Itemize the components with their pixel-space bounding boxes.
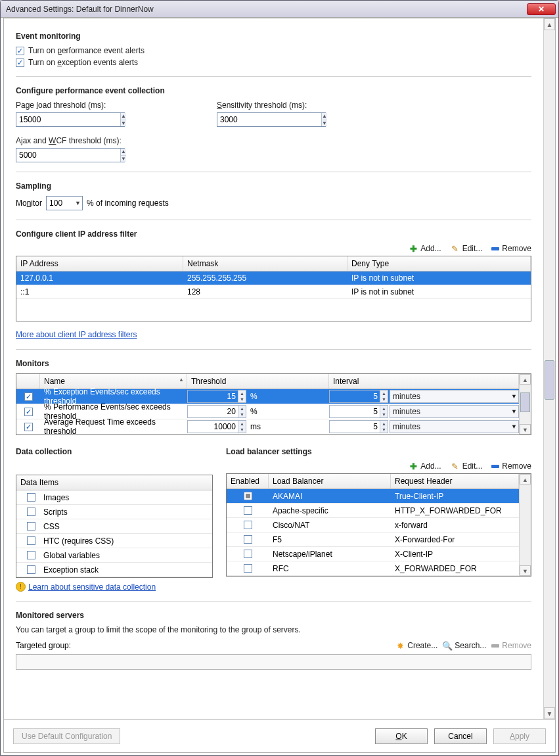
ip-add-button[interactable]: ✚Add... <box>409 244 441 253</box>
ajax-input[interactable] <box>16 149 120 162</box>
lb-scrollbar[interactable]: ▲ ▼ <box>519 474 531 576</box>
data-items-col[interactable]: Data Items <box>16 475 212 490</box>
scroll-down-icon[interactable]: ▼ <box>520 424 531 435</box>
spin-up-icon[interactable]: ▲ <box>322 113 327 120</box>
lb-col-header[interactable]: Request Header <box>391 474 519 488</box>
row-checkbox[interactable] <box>27 536 35 545</box>
list-item[interactable]: CSS <box>16 519 212 534</box>
row-checkbox[interactable] <box>27 565 35 574</box>
search-button[interactable]: 🔍Search... <box>443 641 486 650</box>
lb-add-button[interactable]: ✚Add... <box>409 461 441 471</box>
row-checkbox[interactable] <box>27 493 35 502</box>
exc-alerts-checkbox[interactable] <box>16 59 24 67</box>
alert-icon: ! <box>16 582 26 592</box>
lb-edit-button[interactable]: ✎Edit... <box>451 461 483 471</box>
sensitivity-input[interactable] <box>217 113 321 126</box>
interval-spinbox[interactable]: ▲▼ <box>329 390 388 403</box>
table-row[interactable]: Cisco/NATx-forward <box>227 518 519 532</box>
row-checkbox[interactable] <box>27 522 35 531</box>
lb-remove-button[interactable]: Remove <box>491 461 531 471</box>
threshold-spinbox[interactable]: ▲▼ <box>187 420 246 433</box>
interval-combo[interactable]: minutes▼ <box>390 420 519 433</box>
list-item[interactable]: Exception stack <box>16 563 212 577</box>
list-item[interactable]: Images <box>16 490 212 505</box>
row-checkbox[interactable] <box>24 392 33 401</box>
main-scrollbar[interactable]: ▲ ▼ <box>543 18 555 719</box>
monitors-scrollbar[interactable]: ▲ ▼ <box>519 374 531 435</box>
titlebar: Advanced Settings: Default for DinnerNow… <box>1 1 558 18</box>
sensitivity-spinbox[interactable]: ▲▼ <box>217 112 326 127</box>
sampling-combo[interactable]: 100 ▼ <box>46 196 83 210</box>
cancel-button[interactable]: Cancel <box>434 728 487 744</box>
scroll-up-icon[interactable]: ▲ <box>544 18 555 30</box>
data-collection-learn-link[interactable]: Learn about sensitive data collection <box>28 582 156 592</box>
interval-combo[interactable]: minutes▼ <box>390 390 519 403</box>
ip-remove-button[interactable]: Remove <box>491 244 531 253</box>
interval-combo[interactable]: minutes▼ <box>390 405 519 418</box>
table-row[interactable]: RFCX_FORWARDED_FOR <box>227 561 519 576</box>
row-checkbox[interactable] <box>244 521 252 529</box>
list-item[interactable]: HTC (requires CSS) <box>16 534 212 548</box>
footer: Use Default Configuration OK Cancel Appl… <box>4 719 555 752</box>
list-item[interactable]: Global variables <box>16 548 212 563</box>
spin-down-icon[interactable]: ▼ <box>121 156 126 162</box>
ip-col-netmask[interactable]: Netmask <box>183 256 347 271</box>
monitors-col-check[interactable] <box>16 374 40 389</box>
ajax-spinbox[interactable]: ▲▼ <box>16 148 125 162</box>
row-checkbox[interactable] <box>244 564 252 573</box>
row-checkbox[interactable] <box>244 506 252 515</box>
row-checkbox[interactable] <box>244 550 252 558</box>
monitors-col-interval[interactable]: Interval <box>329 374 519 389</box>
interval-spinbox[interactable]: ▲▼ <box>329 405 388 418</box>
monitors-col-threshold[interactable]: Threshold <box>187 374 329 389</box>
row-checkbox[interactable] <box>27 551 35 559</box>
table-row[interactable]: F5X-Forwarded-For <box>227 532 519 547</box>
ip-filter-toolbar: ✚Add... ✎Edit... Remove <box>16 244 531 253</box>
scroll-up-icon[interactable]: ▲ <box>520 474 531 484</box>
page-load-label: Page load threshold (ms): <box>16 101 125 110</box>
targeted-group-input[interactable] <box>16 654 531 670</box>
spin-down-icon[interactable]: ▼ <box>121 120 126 127</box>
threshold-spinbox[interactable]: ▲▼ <box>187 390 246 403</box>
threshold-spinbox[interactable]: ▲▼ <box>187 405 246 418</box>
row-checkbox[interactable] <box>27 508 35 516</box>
row-checkbox[interactable] <box>244 535 252 544</box>
page-load-spinbox[interactable]: ▲▼ <box>16 112 125 127</box>
table-row[interactable]: ::1128IP is not in subnet <box>16 285 531 299</box>
scroll-thumb[interactable] <box>545 360 554 400</box>
scroll-up-icon[interactable]: ▲ <box>520 374 531 385</box>
spin-down-icon[interactable]: ▼ <box>322 120 327 127</box>
scroll-down-icon[interactable]: ▼ <box>544 707 555 719</box>
row-checkbox[interactable] <box>24 423 33 431</box>
perf-alerts-checkbox[interactable] <box>16 47 24 55</box>
ip-col-deny[interactable]: Deny Type <box>347 256 531 271</box>
row-checkbox[interactable] <box>24 408 33 416</box>
perf-alerts-label: Turn on performance event alerts <box>28 46 145 55</box>
ajax-label: Ajax and WCF threshold (ms): <box>16 136 531 145</box>
scroll-thumb[interactable] <box>520 392 530 412</box>
table-row[interactable]: Netscape/iPlanetX-Client-IP <box>227 547 519 561</box>
page-load-input[interactable] <box>16 113 120 126</box>
ip-edit-button[interactable]: ✎Edit... <box>451 244 483 253</box>
ip-filter-more-link[interactable]: More about client IP address filters <box>16 330 137 339</box>
row-checkbox[interactable] <box>244 492 252 500</box>
monitors-col-name[interactable]: Name <box>40 374 187 389</box>
ok-button[interactable]: OK <box>375 728 428 744</box>
create-button[interactable]: ✸Create... <box>395 641 437 650</box>
table-row[interactable]: 127.0.0.1255.255.255.255IP is not in sub… <box>16 272 531 285</box>
ip-filter-heading: Configure client IP address filter <box>16 229 531 239</box>
interval-spinbox[interactable]: ▲▼ <box>329 420 388 433</box>
lb-col-enabled[interactable]: Enabled <box>227 474 269 488</box>
table-row[interactable]: AKAMAITrue-Client-IP <box>227 489 519 504</box>
sampling-heading: Sampling <box>16 181 531 191</box>
scroll-down-icon[interactable]: ▼ <box>520 565 531 576</box>
list-item[interactable]: Scripts <box>16 505 212 519</box>
sensitivity-label: Sensitivity threshold (ms): <box>217 101 326 110</box>
spin-up-icon[interactable]: ▲ <box>121 113 126 120</box>
spin-up-icon[interactable]: ▲ <box>121 149 126 156</box>
table-row[interactable]: Apache-specificHTTP_X_FORWARDED_FOR <box>227 504 519 518</box>
ip-col-address[interactable]: IP Address <box>16 256 183 271</box>
close-button[interactable]: ✕ <box>527 3 556 15</box>
table-row[interactable]: Average Request Time exceeds threshold▲▼… <box>16 419 519 435</box>
lb-col-name[interactable]: Load Balancer <box>269 474 391 488</box>
